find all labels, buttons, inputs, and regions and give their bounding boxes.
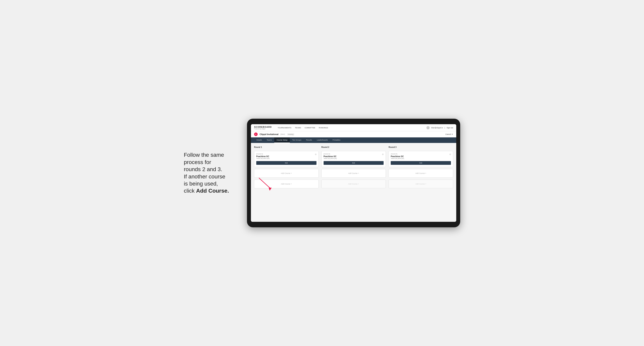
- round-3-title: Round 3: [388, 146, 453, 148]
- cancel-label: Cancel: [446, 133, 451, 135]
- sub-nav: C Clippd Invitational (Men) Hosting Canc…: [251, 131, 456, 137]
- round-1-column: Round 1 (Course A) ⊙ Peachtree GC Yellow…: [254, 146, 319, 188]
- round-2-title: Round 2: [322, 146, 386, 148]
- round-3-course-name: Peachtree GC: [391, 155, 451, 158]
- round-1-add-course-1[interactable]: Add Course +: [254, 169, 319, 178]
- round-3-column: Round 3 (Course A) ⊙ Peachtree GC Yellow…: [388, 146, 453, 188]
- tablet-frame: SCOREBOARD Powered by clippd TOURNAMENTS…: [247, 119, 460, 227]
- round-1-add-course-1-text: Add Course +: [281, 172, 292, 174]
- nav-committee[interactable]: COMMITTEE: [305, 126, 315, 129]
- nav-separator: |: [444, 127, 445, 129]
- cancel-icon: ✕: [452, 133, 453, 135]
- sub-nav-left: C Clippd Invitational (Men) Hosting: [254, 133, 294, 136]
- round-1-title: Round 1: [254, 146, 319, 148]
- round-1-edit-button[interactable]: Edit: [256, 161, 316, 165]
- round-2-column: Round 2 (Course A) ⊙ Peachtree GC Yellow…: [322, 146, 386, 188]
- round-2-add-course-1[interactable]: Add Course +: [322, 169, 386, 178]
- logo-title: SCOREBOARD: [254, 126, 272, 128]
- round-2-delete-icon[interactable]: ⊙: [382, 153, 384, 155]
- tab-printables[interactable]: Printables: [330, 137, 343, 143]
- tab-tee-groups[interactable]: Tee Groups: [290, 137, 304, 143]
- nav-right: blair@clippd.io | Sign out: [426, 126, 453, 129]
- round-3-add-course-1-text: Add Course +: [416, 172, 426, 174]
- user-email: blair@clippd.io: [431, 127, 443, 129]
- round-1-course-details: Yellow (M) (6629 yds): [256, 158, 316, 159]
- round-2-add-course-1-text: Add Course +: [348, 172, 359, 174]
- round-1-delete-icon[interactable]: ⊙: [315, 153, 316, 155]
- cancel-button[interactable]: Cancel ✕: [446, 133, 453, 135]
- top-nav: SCOREBOARD Powered by clippd TOURNAMENTS…: [251, 124, 456, 131]
- logo-area: SCOREBOARD Powered by clippd: [254, 126, 272, 130]
- tablet-screen: SCOREBOARD Powered by clippd TOURNAMENTS…: [251, 124, 456, 222]
- round-2-add-course-2: Add Course +: [322, 179, 386, 188]
- round-2-course-label: (Course A): [324, 153, 330, 155]
- round-2-course-details: Yellow (M) (6629 yds): [324, 158, 384, 159]
- round-3-edit-button[interactable]: Edit: [391, 161, 451, 165]
- logo-subtitle: Powered by clippd: [254, 128, 272, 130]
- sign-out-link[interactable]: Sign out: [446, 127, 453, 129]
- user-avatar-icon: [426, 126, 430, 129]
- brand-letter: C: [255, 133, 257, 135]
- brand-icon: C: [254, 133, 258, 136]
- tab-course-setup[interactable]: Course Setup: [274, 137, 290, 143]
- tab-details[interactable]: Details: [254, 137, 264, 143]
- nav-tournaments[interactable]: TOURNAMENTS: [278, 126, 291, 129]
- round-3-add-course-2: Add Course +: [388, 179, 453, 188]
- round-2-add-course-2-text: Add Course +: [348, 183, 359, 185]
- instruction-text: Follow the sameprocess forrounds 2 and 3…: [184, 152, 239, 194]
- nav-teams[interactable]: TEAMS: [295, 126, 301, 129]
- page-wrapper: Follow the sameprocess forrounds 2 and 3…: [184, 119, 460, 227]
- tournament-name: Clippd Invitational: [260, 133, 278, 136]
- round-1-course-card: (Course A) ⊙ Peachtree GC Yellow (M) (66…: [254, 151, 319, 167]
- tab-leaderboards[interactable]: Leaderboards: [314, 137, 330, 143]
- tab-bar: Details Teams Course Setup Tee Groups Re…: [251, 137, 456, 143]
- round-3-course-details: Yellow (M) (6629 yds): [391, 158, 451, 159]
- round-1-course-label: (Course A): [256, 153, 263, 155]
- round-3-add-course-2-text: Add Course +: [416, 183, 426, 185]
- round-3-delete-icon[interactable]: ⊙: [449, 153, 451, 155]
- main-content: Round 1 (Course A) ⊙ Peachtree GC Yellow…: [251, 143, 456, 222]
- rounds-grid: Round 1 (Course A) ⊙ Peachtree GC Yellow…: [254, 146, 453, 188]
- round-1-add-course-2-text: Add Course +: [281, 183, 292, 185]
- round-2-edit-button[interactable]: Edit: [324, 161, 384, 165]
- nav-links: TOURNAMENTS TEAMS COMMITTEE RANKINGS: [278, 126, 422, 129]
- tournament-type: (Men): [280, 133, 285, 135]
- round-3-course-label: (Course A): [391, 153, 397, 155]
- round-3-course-card: (Course A) ⊙ Peachtree GC Yellow (M) (66…: [388, 151, 453, 167]
- instruction-bold: Add Course.: [196, 188, 229, 194]
- round-2-course-name: Peachtree GC: [324, 155, 384, 158]
- tab-results[interactable]: Results: [304, 137, 314, 143]
- tab-teams[interactable]: Teams: [264, 137, 274, 143]
- hosting-badge: Hosting: [287, 133, 294, 136]
- round-2-course-card: (Course A) ⊙ Peachtree GC Yellow (M) (66…: [322, 151, 386, 167]
- round-3-add-course-1[interactable]: Add Course +: [388, 169, 453, 178]
- round-1-course-name: Peachtree GC: [256, 155, 316, 158]
- nav-rankings[interactable]: RANKINGS: [319, 126, 328, 129]
- round-1-add-course-2[interactable]: Add Course +: [254, 179, 319, 188]
